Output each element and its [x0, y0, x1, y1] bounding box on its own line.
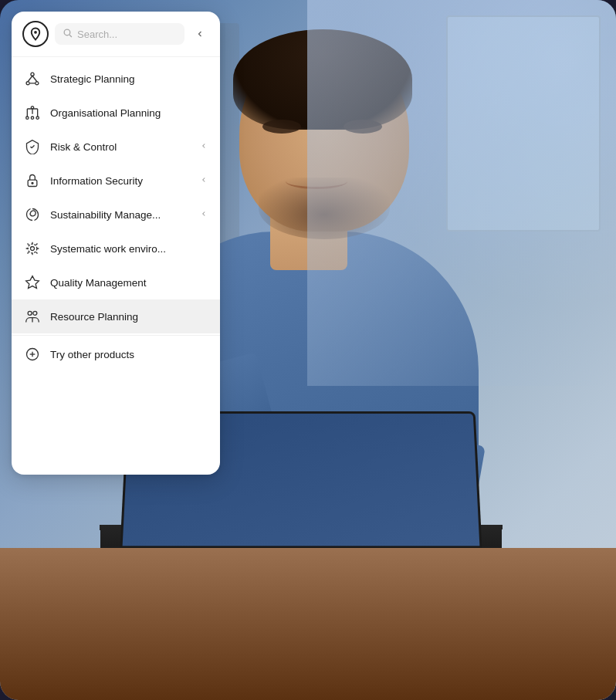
menu-label-sustainability: Sustainability Manage...	[50, 209, 191, 221]
sidebar-panel: Search... Strategic Planning	[12, 12, 220, 475]
sustainability-icon	[24, 206, 41, 223]
svg-point-5	[36, 82, 39, 85]
svg-point-3	[31, 73, 34, 76]
svg-point-21	[31, 247, 35, 251]
svg-point-0	[34, 31, 37, 34]
svg-line-7	[32, 76, 37, 82]
svg-point-14	[31, 117, 33, 119]
svg-point-15	[36, 117, 39, 119]
logo-icon[interactable]	[22, 21, 49, 47]
svg-point-16	[31, 107, 33, 109]
svg-point-1	[64, 29, 70, 36]
risk-icon	[24, 138, 41, 155]
menu-item-resource-planning[interactable]: Resource Planning	[12, 299, 220, 333]
strategic-icon	[24, 70, 41, 87]
menu-item-try-other-products[interactable]: Try other products	[12, 337, 220, 371]
menu-list: Strategic Planning Organisational Planni…	[12, 57, 220, 475]
risk-control-chevron	[200, 142, 208, 151]
svg-line-17	[31, 147, 32, 148]
security-icon	[24, 172, 41, 189]
info-security-chevron	[200, 176, 208, 185]
svg-marker-23	[26, 276, 39, 289]
menu-divider	[12, 335, 220, 336]
resource-icon	[24, 308, 41, 325]
svg-point-24	[28, 311, 32, 315]
sidebar-header: Search...	[12, 12, 220, 57]
menu-item-sustainability[interactable]: Sustainability Manage...	[12, 198, 220, 232]
work-env-icon	[24, 240, 41, 257]
menu-item-strategic-planning[interactable]: Strategic Planning	[12, 62, 220, 96]
svg-point-25	[33, 311, 37, 315]
collapse-button[interactable]	[191, 25, 209, 43]
org-icon	[24, 104, 41, 121]
svg-line-18	[32, 145, 34, 147]
quality-icon	[24, 274, 41, 291]
svg-point-22	[28, 244, 37, 253]
search-box[interactable]: Search...	[55, 23, 184, 45]
svg-point-20	[32, 182, 33, 184]
menu-item-systematic-work[interactable]: Systematic work enviro...	[12, 232, 220, 265]
svg-line-6	[28, 76, 32, 82]
sustainability-chevron	[200, 210, 208, 219]
menu-label-try-other-products: Try other products	[50, 349, 208, 360]
search-placeholder: Search...	[77, 29, 177, 40]
menu-item-information-security[interactable]: Information Security	[12, 164, 220, 198]
menu-label-resource-planning: Resource Planning	[50, 311, 208, 323]
menu-item-quality-management[interactable]: Quality Management	[12, 265, 220, 299]
menu-label-org-planning: Organisational Planning	[50, 107, 208, 119]
menu-label-strategic-planning: Strategic Planning	[50, 73, 208, 85]
svg-line-2	[69, 35, 72, 37]
menu-item-organisational-planning[interactable]: Organisational Planning	[12, 96, 220, 130]
menu-label-info-security: Information Security	[50, 175, 191, 187]
svg-point-4	[26, 82, 29, 85]
menu-label-systematic-work: Systematic work enviro...	[50, 243, 208, 255]
menu-label-risk-control: Risk & Control	[50, 141, 191, 153]
menu-label-quality-management: Quality Management	[50, 277, 208, 289]
search-icon	[63, 28, 73, 40]
plus-icon	[24, 346, 41, 363]
svg-point-13	[26, 117, 29, 119]
menu-item-risk-control[interactable]: Risk & Control	[12, 130, 220, 164]
